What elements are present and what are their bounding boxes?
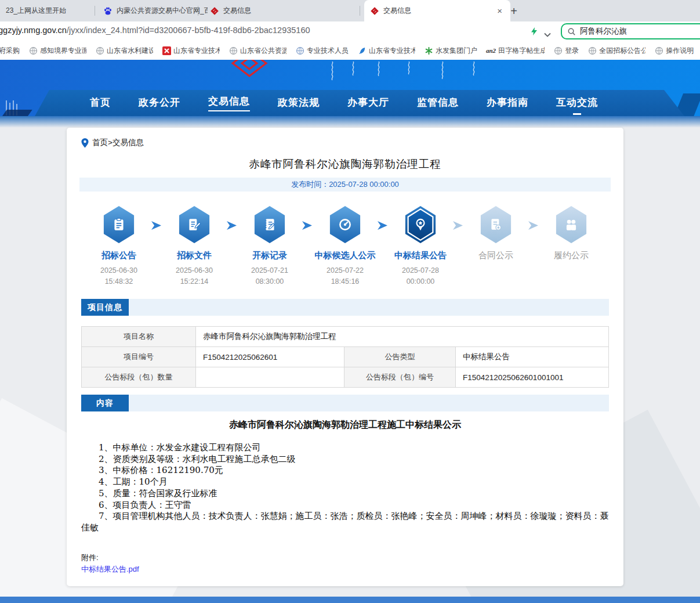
- nav-item-home[interactable]: 首页: [90, 96, 111, 110]
- red-diamond-icon: [210, 6, 219, 16]
- tab-separator: [360, 6, 360, 16]
- content-line: 4、工期：10个月: [81, 476, 610, 488]
- globe-icon: [295, 46, 304, 55]
- mongolian-script-icon: [329, 62, 335, 86]
- site-logo: [228, 60, 271, 80]
- search-input[interactable]: 阿鲁科尔沁旗: [561, 23, 700, 39]
- site-header: 首页 政务公开 交易信息 政策法规 办事大厅 监管信息 办事指南 互动交流: [0, 60, 700, 116]
- publish-time: 发布时间：2025-07-28 00:00:00: [79, 178, 611, 192]
- bookmark-item[interactable]: 操作说明: [654, 46, 694, 56]
- tab-label: 23_上网从这里开始: [6, 6, 66, 16]
- green-burst-icon: [424, 46, 433, 55]
- step-performance-publicity[interactable]: 履约公示: [534, 206, 609, 265]
- step-contract-publicity[interactable]: 合同公示: [458, 206, 534, 265]
- tab-separator: [95, 6, 95, 16]
- clipboard-icon: [111, 217, 126, 232]
- tab-label: 交易信息: [223, 6, 251, 16]
- decoration: [0, 116, 700, 128]
- attachment-label: 附件:: [81, 553, 99, 563]
- tab-separator: [198, 6, 198, 16]
- medal-icon: [413, 217, 428, 232]
- bookmark-item[interactable]: 山东省专业技术: [162, 46, 220, 56]
- globe-icon: [654, 46, 663, 55]
- project-name-label: 项目名称: [82, 327, 196, 347]
- project-info-section-header: 项目信息: [81, 299, 609, 316]
- red-diamond-icon: [370, 6, 379, 16]
- browser-tab[interactable]: 内蒙公共资源交易中心官网_百度: [97, 0, 208, 21]
- project-name-value: 赤峰市阿鲁科尔沁旗陶海郭勒治理工程: [196, 327, 609, 347]
- content-badge: 内容: [81, 395, 129, 411]
- step-tender-document[interactable]: 招标文件 2025-06-30 15:22:14: [157, 206, 232, 287]
- mongolian-script-icon: [440, 62, 445, 85]
- nav-item-gov-public[interactable]: 政务公开: [139, 96, 180, 110]
- globe-icon: [587, 46, 597, 55]
- bookmarks-bar: 政府采购 感知境界专业面 山东省水利建设 山东省专业技术 山东省公共资源 专业技…: [0, 41, 700, 60]
- tab-strip: 23_上网从这里开始 内蒙公共资源交易中心官网_百度 交易信息 交易信息 × +: [0, 0, 700, 21]
- mongolian-script-icon: [350, 62, 356, 81]
- mongolian-script-icon: [471, 62, 477, 81]
- project-code-value: F1504212025062601: [196, 347, 344, 367]
- step-winning-candidate[interactable]: 中标候选人公示 2025-07-22 18:45:16: [307, 206, 383, 287]
- document-pen-icon: [187, 217, 202, 232]
- announcement-type-label: 公告类型: [344, 347, 456, 367]
- step-bid-opening-record[interactable]: 开标记录 2025-07-21 08:30:00: [232, 206, 307, 287]
- gauge-icon: [338, 217, 353, 232]
- lightning-icon[interactable]: [529, 27, 539, 36]
- tab-label: 内蒙公共资源交易中心官网_百度: [117, 6, 208, 16]
- package-code-label: 公告标段（包）编号: [344, 367, 456, 388]
- content-card: 首页>交易信息 赤峰市阿鲁科尔沁旗陶海郭勒治理工程 发布时间：2025-07-2…: [67, 128, 623, 586]
- mongolian-script-icon: [376, 62, 382, 84]
- globe-icon: [28, 46, 38, 55]
- nav-item-supervision[interactable]: 监管信息: [417, 96, 459, 110]
- breadcrumb[interactable]: 首页>交易信息: [81, 138, 144, 148]
- content-line: 7、项目管理机构其他人员：技术负责人：张慧娟；施工员：张浩；质检员：张艳峰；安全…: [81, 511, 610, 533]
- decoration: [0, 110, 32, 116]
- baidu-icon: [103, 6, 113, 16]
- bookmark-item[interactable]: 专业技术人员: [295, 46, 349, 56]
- nav-item-trade-info[interactable]: 交易信息: [208, 95, 250, 111]
- bookmark-item[interactable]: 山东省公共资源: [229, 46, 286, 56]
- mongolian-script-icon: [406, 62, 412, 80]
- close-tab-icon[interactable]: ×: [495, 6, 505, 16]
- project-info-table: 项目名称 赤峰市阿鲁科尔沁旗陶海郭勒治理工程 项目编号 F15042120250…: [81, 326, 609, 388]
- new-tab-button[interactable]: +: [506, 3, 522, 19]
- breadcrumb-text: 首页>交易信息: [92, 138, 144, 148]
- step-winning-result[interactable]: 中标结果公告 2025-07-28 00:00:00: [383, 206, 458, 287]
- bookmark-item[interactable]: 政府采购: [0, 46, 20, 56]
- people-icon: [564, 217, 579, 232]
- bookmark-item[interactable]: 水发集团门户: [424, 46, 477, 56]
- address-field[interactable]: ggzyjy.nmg.gov.cn/jyxx/index_24.html?id=…: [0, 26, 310, 35]
- bookmark-item[interactable]: 登录: [553, 46, 579, 56]
- announcement-heading: 赤峰市阿鲁科尔沁旗陶海郭勒治理工程施工中标结果公示: [81, 419, 609, 431]
- nav-item-interaction[interactable]: 互动交流: [556, 96, 598, 110]
- chevron-down-icon[interactable]: [544, 29, 551, 34]
- announcement-type-value: 中标结果公告: [456, 347, 609, 367]
- notebook-pen-icon: [262, 217, 277, 232]
- content-section-header: 内容: [81, 395, 609, 411]
- bookmark-item[interactable]: 山东省专业技术: [357, 46, 415, 56]
- browser-tab-active[interactable]: 交易信息 ×: [364, 0, 510, 21]
- bookmark-item[interactable]: 感知境界专业面: [28, 46, 86, 56]
- globe-icon: [229, 46, 238, 55]
- browser-tab[interactable]: 交易信息: [204, 0, 300, 21]
- footer-bar: [0, 597, 700, 603]
- attachment-pdf-link[interactable]: 中标结果公告.pdf: [81, 564, 139, 575]
- location-pin-icon: [81, 138, 89, 148]
- bookmark-item[interactable]: 全国招标公告公: [587, 46, 645, 56]
- browser-window: 23_上网从这里开始 内蒙公共资源交易中心官网_百度 交易信息 交易信息 × +: [0, 0, 700, 603]
- announcement-body: 1、中标单位：水发金水建设工程有限公司 2、资质类别及等级：水利水电工程施工总承…: [81, 442, 610, 534]
- quill-icon: [357, 46, 367, 55]
- browser-tab[interactable]: 23_上网从这里开始: [0, 0, 104, 21]
- package-code-value: F1504212025062601001001: [456, 367, 609, 388]
- step-tender-announcement[interactable]: 招标公告 2025-06-30 15:48:32: [81, 206, 157, 287]
- bookmark-item[interactable]: an2 田字格字帖生成: [486, 46, 545, 56]
- nav-item-policy[interactable]: 政策法规: [278, 96, 320, 110]
- project-code-label: 项目编号: [82, 347, 196, 367]
- nav-item-service-hall[interactable]: 办事大厅: [347, 96, 389, 110]
- process-steps: 招标公告 2025-06-30 15:48:32 招标文件 2025-06-30…: [81, 206, 609, 293]
- bookmark-item[interactable]: 山东省水利建设: [95, 46, 153, 56]
- content-line: 1、中标单位：水发金水建设工程有限公司: [81, 442, 610, 454]
- nav-item-guide[interactable]: 办事指南: [487, 96, 528, 110]
- url-bar: ggzyjy.nmg.gov.cn/jyxx/index_24.html?id=…: [0, 21, 700, 41]
- url-path: /jyxx/index_24.html?id=d3200667-b5fb-419…: [67, 26, 310, 35]
